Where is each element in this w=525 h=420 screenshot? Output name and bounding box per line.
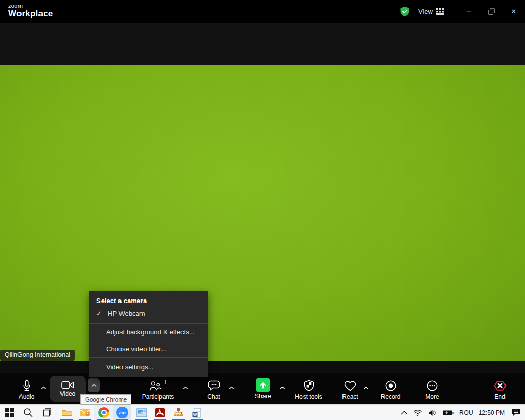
language-indicator[interactable]: ROU (459, 409, 473, 416)
org-chart-app-taskbar-icon[interactable] (169, 405, 188, 420)
video-camera-icon (61, 381, 74, 389)
view-button[interactable]: View (418, 8, 444, 15)
view-label: View (418, 8, 433, 15)
file-explorer-taskbar-icon[interactable] (57, 405, 76, 420)
photos-app-taskbar-icon[interactable] (132, 405, 151, 420)
end-icon (493, 379, 507, 392)
record-label: Record (381, 393, 401, 401)
minimize-button[interactable]: ─ (457, 0, 480, 23)
participants-button[interactable]: 1 Participants (132, 373, 184, 404)
react-icon (344, 380, 357, 392)
taskbar-search-button[interactable] (18, 405, 37, 420)
participant-video-feed: QilinGong International (0, 65, 525, 361)
mail-app-icon (79, 408, 91, 417)
record-button[interactable]: Record (373, 373, 409, 404)
camera-option-hp-webcam[interactable]: ✓ HP Webcam (89, 307, 208, 323)
action-center-icon[interactable] (512, 409, 520, 416)
windows-taskbar: zm W (0, 404, 525, 420)
record-icon (385, 379, 397, 392)
end-meeting-button[interactable]: End (482, 373, 518, 404)
audio-label: Audio (19, 393, 35, 401)
participants-label: Participants (142, 393, 174, 401)
clock[interactable]: 12:50 PM (479, 409, 505, 416)
menu-item-adjust-background[interactable]: Adjust background & effects... (89, 324, 208, 341)
video-letterbox-bottom (0, 361, 525, 373)
view-grid-icon (436, 8, 444, 15)
tray-chevron-icon[interactable] (401, 411, 408, 415)
wifi-icon[interactable] (413, 409, 422, 416)
battery-icon[interactable] (442, 410, 454, 416)
start-icon (5, 408, 14, 417)
chat-options-chevron[interactable] (228, 385, 235, 391)
chat-icon (208, 380, 220, 391)
chevron-up-icon (279, 386, 285, 390)
participants-icon (149, 381, 162, 391)
system-tray: ROU 12:50 PM (401, 405, 525, 420)
chevron-up-icon (183, 386, 188, 390)
acrobat-icon (155, 408, 165, 418)
mail-app-taskbar-icon[interactable] (76, 405, 94, 420)
menu-item-video-settings[interactable]: Video settings... (89, 358, 208, 377)
task-view-icon (42, 408, 51, 417)
host-tools-button[interactable]: Host tools (288, 373, 329, 404)
zoom-taskbar-icon[interactable]: zm (113, 405, 131, 420)
chat-button[interactable]: Chat (196, 373, 232, 404)
chrome-icon (98, 407, 109, 418)
meeting-controls-toolbar: Audio Video 1 Participants (0, 373, 525, 404)
start-button[interactable] (0, 405, 18, 420)
share-button[interactable]: Share (245, 373, 281, 404)
host-tools-icon (303, 379, 315, 392)
share-label: Share (255, 393, 271, 400)
video-label: Video (60, 390, 75, 397)
close-icon: ✕ (511, 8, 517, 15)
participants-count-badge: 1 (164, 379, 167, 385)
task-view-button[interactable] (37, 405, 55, 420)
audio-options-chevron[interactable] (39, 385, 47, 391)
logo-workplace-text: Workplace (8, 9, 53, 18)
chrome-taskbar-icon[interactable] (94, 405, 113, 420)
word-doc-icon: W (192, 408, 201, 418)
camera-options-menu: Select a camera ✓ HP Webcam Adjust backg… (89, 291, 208, 377)
file-explorer-icon (61, 408, 72, 417)
maximize-restore-icon (488, 8, 495, 15)
acrobat-taskbar-icon[interactable] (151, 405, 169, 420)
maximize-restore-button[interactable] (480, 0, 502, 23)
chevron-up-icon (41, 386, 46, 390)
zoom-app-icon: zm (116, 407, 128, 418)
word-doc-taskbar-icon[interactable]: W (188, 405, 206, 420)
photos-app-icon (136, 408, 147, 417)
video-options-chevron[interactable] (88, 378, 100, 392)
end-label: End (494, 393, 505, 401)
share-icon (256, 378, 270, 392)
participants-options-chevron[interactable] (181, 385, 189, 391)
zoom-workplace-logo: zoom Workplace (8, 3, 53, 18)
chevron-up-icon (229, 386, 234, 390)
more-icon (426, 379, 438, 392)
react-options-chevron[interactable] (362, 385, 369, 391)
chevron-up-icon (91, 384, 97, 387)
chat-label: Chat (207, 393, 220, 401)
participant-name-tag: QilinGong International (0, 350, 75, 361)
more-label: More (425, 393, 439, 401)
taskbar-tooltip: Google Chrome (80, 394, 131, 405)
menu-item-choose-video-filter[interactable]: Choose video filter... (89, 341, 208, 357)
host-tools-label: Host tools (295, 393, 322, 401)
title-bar: zoom Workplace View ─ (0, 0, 525, 23)
svg-text:W: W (193, 412, 197, 417)
volume-icon[interactable] (428, 409, 437, 416)
close-button[interactable]: ✕ (502, 0, 525, 23)
logo-zoom-text: zoom (8, 3, 53, 9)
camera-menu-header: Select a camera (89, 291, 208, 307)
camera-option-label: HP Webcam (108, 310, 145, 317)
react-label: React (342, 393, 358, 401)
security-shield-icon[interactable] (397, 6, 412, 17)
video-letterbox-top (0, 23, 525, 65)
more-button[interactable]: More (414, 373, 450, 404)
share-options-chevron[interactable] (278, 385, 286, 391)
search-icon (23, 408, 33, 417)
org-chart-app-icon (173, 408, 184, 417)
minimize-icon: ─ (466, 8, 471, 15)
chevron-up-icon (363, 386, 369, 390)
checkmark-icon: ✓ (96, 310, 103, 317)
mic-icon (21, 379, 32, 392)
